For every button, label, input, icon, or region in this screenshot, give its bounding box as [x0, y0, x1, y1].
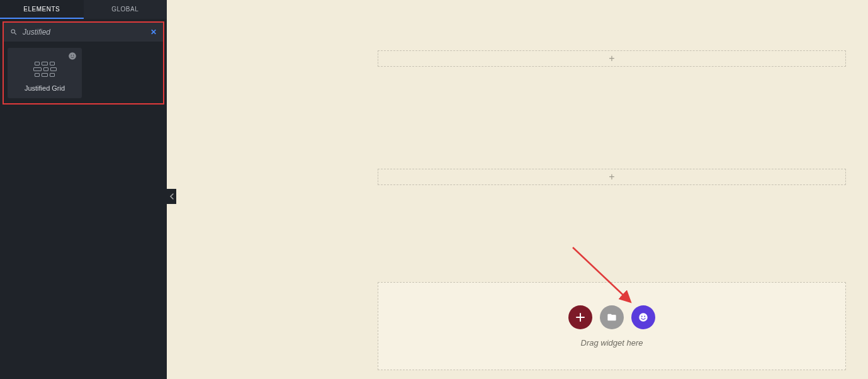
tab-global[interactable]: GLOBAL — [84, 0, 167, 19]
widget-drop-zone[interactable]: Drag widget here — [378, 282, 846, 370]
add-section-row-2[interactable]: + — [378, 169, 846, 185]
smiley-icon — [638, 312, 649, 323]
justified-grid-icon — [33, 57, 57, 77]
svg-point-2 — [73, 55, 74, 56]
add-widget-button[interactable] — [568, 305, 592, 329]
tab-elements[interactable]: ELEMENTS — [0, 0, 84, 19]
sidebar-tabs: ELEMENTS GLOBAL — [0, 0, 167, 19]
global-widgets-button[interactable] — [631, 305, 655, 329]
folder-icon — [607, 312, 617, 322]
widget-search-row: ✕ — [4, 23, 163, 42]
drop-hint-text: Drag widget here — [581, 338, 643, 348]
widget-badge-icon — [68, 52, 77, 60]
svg-point-0 — [69, 52, 76, 60]
drop-zone-actions — [568, 305, 655, 329]
annotation-highlight-box: ✕ Justified Grid — [3, 21, 164, 105]
sidebar-panel: ELEMENTS GLOBAL ✕ Justified Gr — [0, 0, 167, 379]
svg-point-1 — [70, 55, 72, 56]
clear-search-icon[interactable]: ✕ — [150, 28, 157, 37]
plus-icon: + — [609, 172, 614, 182]
plus-icon: + — [609, 54, 614, 64]
editor-canvas: + + Drag widget here — [167, 0, 868, 379]
widget-results: Justified Grid — [4, 42, 163, 98]
widget-justified-grid[interactable]: Justified Grid — [8, 48, 82, 98]
widget-label: Justified Grid — [13, 84, 77, 92]
add-section-row-1[interactable]: + — [378, 50, 846, 67]
plus-icon — [576, 313, 585, 322]
svg-point-4 — [641, 315, 643, 317]
browse-templates-button[interactable] — [600, 305, 624, 329]
svg-point-5 — [644, 315, 645, 317]
search-icon — [10, 28, 18, 36]
widget-search-input[interactable] — [23, 28, 150, 37]
svg-point-3 — [639, 313, 648, 322]
